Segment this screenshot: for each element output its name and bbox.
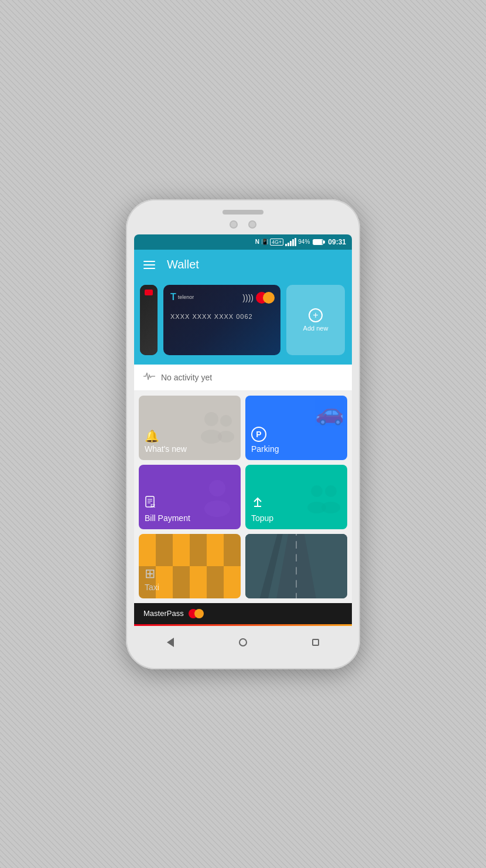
telenor-label: telenor bbox=[178, 294, 194, 300]
bill-bg-people bbox=[139, 465, 241, 529]
svg-point-14 bbox=[321, 502, 340, 513]
card-number: XXXX XXXX XXXX 0062 bbox=[170, 313, 273, 320]
svg-point-0 bbox=[204, 412, 218, 426]
telenor-t-icon: T bbox=[170, 292, 176, 302]
signal-bars bbox=[285, 238, 296, 246]
tile-topup[interactable]: Topup bbox=[245, 465, 347, 529]
4g-icon: 4G+ bbox=[270, 239, 283, 246]
svg-point-3 bbox=[218, 431, 234, 442]
card-partial-left[interactable] bbox=[140, 285, 158, 355]
plus-circle-icon: + bbox=[309, 308, 323, 322]
hamburger-line-1 bbox=[143, 261, 155, 262]
add-new-card-button[interactable]: + Add new bbox=[286, 285, 345, 355]
back-button[interactable] bbox=[162, 634, 179, 651]
cars-background: 🚗 bbox=[315, 399, 344, 426]
status-time: 09:31 bbox=[328, 238, 346, 246]
mp-orange-circle bbox=[194, 609, 204, 618]
service-grid: 🔔 What's new 🚗 P Parking bbox=[134, 391, 352, 603]
svg-point-2 bbox=[220, 415, 232, 427]
android-nav-bar bbox=[134, 626, 352, 659]
status-icons: N 📳 4G+ 94% bbox=[255, 238, 324, 246]
tile-taxi[interactable]: ⊞ Taxi bbox=[139, 534, 241, 598]
svg-point-13 bbox=[325, 485, 337, 497]
activity-section: No activity yet bbox=[134, 365, 352, 391]
signal-bar-1 bbox=[285, 244, 287, 246]
tile-parking[interactable]: 🚗 P Parking bbox=[245, 396, 347, 460]
phone-camera-row bbox=[134, 220, 352, 229]
hamburger-line-2 bbox=[143, 264, 155, 265]
signal-bar-2 bbox=[288, 243, 289, 246]
credit-card[interactable]: T telenor )))) XXXX XXXX XXXX 0062 bbox=[163, 285, 280, 355]
recents-square-icon bbox=[312, 639, 319, 646]
battery-percent: 94% bbox=[298, 239, 310, 245]
nfc-icon: N bbox=[255, 239, 259, 245]
phone-device: N 📳 4G+ 94% 09:31 bbox=[126, 199, 360, 669]
tile-whats-new[interactable]: 🔔 What's new bbox=[139, 396, 241, 460]
mastercard-logo bbox=[256, 292, 275, 304]
partial-card-chip bbox=[145, 290, 153, 295]
topup-bg-people bbox=[245, 465, 347, 529]
phone-camera-sensor bbox=[248, 220, 256, 229]
parking-label: Parking bbox=[251, 444, 341, 454]
status-bar: N 📳 4G+ 94% 09:31 bbox=[134, 234, 352, 250]
back-triangle-icon bbox=[167, 638, 174, 647]
svg-point-4 bbox=[209, 480, 225, 496]
card-logo-row: T telenor )))) bbox=[170, 292, 273, 304]
battery-fill bbox=[313, 240, 322, 244]
svg-point-5 bbox=[204, 501, 230, 517]
masterpass-label: MasterPass bbox=[143, 609, 184, 618]
battery-icon bbox=[313, 239, 323, 245]
hamburger-menu-button[interactable] bbox=[143, 261, 155, 269]
vibrate-icon: 📳 bbox=[261, 239, 268, 245]
svg-point-11 bbox=[311, 485, 323, 497]
signal-bar-5 bbox=[295, 238, 296, 246]
phone-camera-front bbox=[230, 220, 238, 229]
signal-bar-3 bbox=[290, 241, 292, 246]
pulse-icon bbox=[143, 372, 155, 383]
add-new-label: Add new bbox=[303, 325, 328, 332]
masterpass-logo bbox=[189, 609, 204, 618]
home-button[interactable] bbox=[235, 634, 251, 651]
masterpass-bar[interactable]: MasterPass bbox=[134, 603, 352, 624]
nfc-contactless-icon: )))) bbox=[242, 293, 254, 302]
recents-button[interactable] bbox=[307, 634, 324, 651]
card-network-icons: )))) bbox=[242, 292, 273, 304]
page-title: Wallet bbox=[167, 258, 199, 271]
phone-screen: N 📳 4G+ 94% 09:31 bbox=[134, 234, 352, 659]
taxi-bg bbox=[139, 534, 241, 598]
hamburger-line-3 bbox=[143, 268, 155, 269]
telenor-brand: T telenor bbox=[170, 292, 194, 302]
highway-road-bg bbox=[245, 534, 347, 598]
card-carousel[interactable]: T telenor )))) XXXX XXXX XXXX 0062 + bbox=[134, 280, 352, 365]
activity-label: No activity yet bbox=[161, 373, 212, 382]
mc-circle-orange bbox=[263, 292, 275, 304]
home-circle-icon bbox=[239, 638, 247, 646]
tile-bill-payment[interactable]: Ft Bill Payment bbox=[139, 465, 241, 529]
tile-highway-vignette[interactable]: Highway Vignette bbox=[245, 534, 347, 598]
tile-bg-people bbox=[139, 396, 241, 460]
signal-bar-4 bbox=[292, 239, 294, 246]
parking-p-icon: P bbox=[251, 427, 266, 442]
phone-speaker bbox=[223, 210, 263, 215]
app-bar: Wallet bbox=[134, 250, 352, 280]
